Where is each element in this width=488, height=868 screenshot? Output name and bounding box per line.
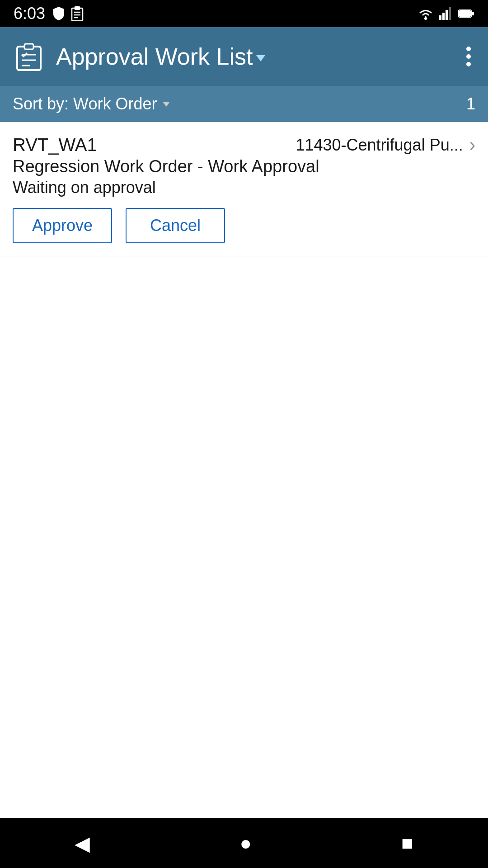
svg-rect-1 — [75, 7, 80, 9]
work-order-header: RVT_WA1 11430-Centrifugal Pu... › — [13, 135, 475, 155]
svg-rect-11 — [460, 11, 470, 16]
shield-icon — [52, 6, 66, 21]
status-bar-left: 6:03 — [14, 4, 84, 23]
sort-label: Sort by: Work Order — [13, 94, 466, 113]
svg-rect-9 — [449, 7, 451, 20]
signal-icon — [439, 7, 453, 20]
menu-dot-2 — [466, 54, 471, 59]
work-order-location: 11430-Centrifugal Pu... — [296, 136, 463, 155]
menu-dot-1 — [466, 47, 471, 51]
approve-button[interactable]: Approve — [13, 208, 112, 243]
app-icon — [13, 40, 45, 73]
home-icon: ● — [239, 832, 252, 854]
status-bar-right — [418, 7, 474, 20]
work-order-item: RVT_WA1 11430-Centrifugal Pu... › Regres… — [0, 122, 488, 256]
more-options-button[interactable] — [462, 42, 475, 71]
battery-icon — [458, 8, 474, 19]
svg-point-5 — [424, 17, 427, 20]
clipboard-icon — [70, 6, 84, 21]
back-icon: ◀ — [75, 832, 90, 855]
sort-bar[interactable]: Sort by: Work Order 1 — [0, 86, 488, 122]
chevron-right-icon[interactable]: › — [469, 135, 475, 155]
main-content: RVT_WA1 11430-Centrifugal Pu... › Regres… — [0, 122, 488, 818]
work-order-id: RVT_WA1 — [13, 135, 97, 155]
cancel-button[interactable]: Cancel — [126, 208, 225, 243]
sort-count: 1 — [466, 94, 475, 113]
back-button[interactable]: ◀ — [52, 825, 113, 862]
work-order-status: Waiting on approval — [13, 178, 475, 197]
recents-button[interactable]: ■ — [379, 825, 436, 862]
app-bar-title: Approval Work List — [56, 43, 462, 70]
sort-dropdown-arrow — [163, 102, 170, 107]
work-order-info-right: 11430-Centrifugal Pu... › — [296, 135, 475, 155]
home-button[interactable]: ● — [217, 825, 274, 862]
svg-rect-12 — [17, 47, 41, 70]
recents-icon: ■ — [401, 832, 413, 854]
work-order-description: Regression Work Order - Work Approval — [13, 157, 475, 176]
nav-bar: ◀ ● ■ — [0, 818, 488, 868]
app-title-text: Approval Work List — [56, 43, 253, 70]
status-bar: 6:03 — [0, 0, 488, 27]
status-icons-left — [52, 6, 84, 21]
svg-rect-8 — [446, 10, 448, 20]
wifi-icon — [418, 7, 434, 20]
svg-rect-6 — [439, 15, 441, 20]
svg-rect-7 — [442, 13, 445, 20]
sort-label-text: Sort by: Work Order — [13, 94, 157, 113]
menu-dot-3 — [466, 62, 471, 66]
svg-rect-13 — [24, 44, 33, 49]
title-dropdown-arrow — [256, 55, 265, 61]
work-order-actions: Approve Cancel — [13, 208, 475, 243]
app-bar: Approval Work List — [0, 27, 488, 86]
status-time: 6:03 — [14, 4, 45, 23]
